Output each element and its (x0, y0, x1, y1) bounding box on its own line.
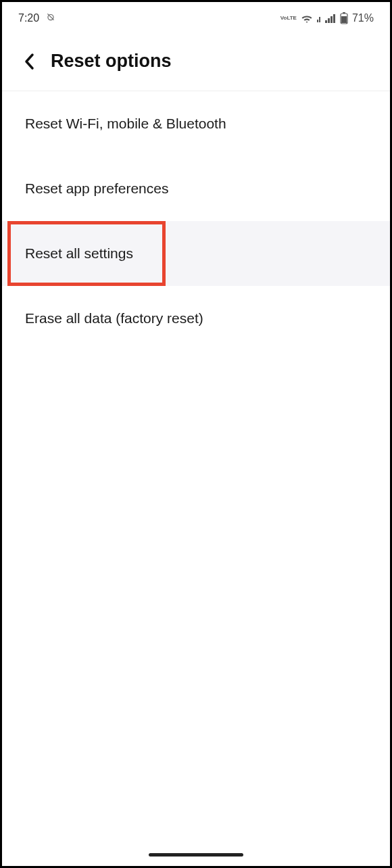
back-button[interactable] (21, 53, 39, 70)
status-bar: 7:20 VoLTE (2, 2, 390, 32)
volte-icon: VoLTE (280, 16, 297, 21)
svg-rect-3 (325, 20, 327, 23)
menu-item-erase-all-data[interactable]: Erase all data (factory reset) (2, 286, 390, 351)
battery-percent: 71% (352, 12, 374, 24)
menu-item-label: Reset Wi-Fi, mobile & Bluetooth (25, 116, 226, 131)
status-left: 7:20 (18, 12, 55, 24)
battery-icon (340, 12, 348, 24)
alarm-icon (46, 12, 55, 24)
menu-item-reset-wifi-mobile-bluetooth[interactable]: Reset Wi-Fi, mobile & Bluetooth (2, 91, 390, 156)
navigation-handle[interactable] (149, 853, 243, 857)
menu-list: Reset Wi-Fi, mobile & Bluetooth Reset ap… (2, 91, 390, 351)
svg-rect-1 (317, 20, 318, 22)
chevron-left-icon (23, 52, 36, 71)
signal-secondary-icon (317, 14, 321, 22)
menu-item-label: Reset all settings (25, 245, 133, 261)
svg-rect-9 (341, 16, 347, 23)
menu-item-reset-all-settings[interactable]: Reset all settings (2, 221, 390, 286)
svg-rect-2 (319, 17, 320, 22)
svg-rect-6 (333, 14, 335, 23)
menu-item-label: Reset app preferences (25, 180, 168, 196)
svg-rect-5 (330, 16, 333, 23)
menu-item-label: Erase all data (factory reset) (25, 310, 203, 326)
svg-rect-4 (328, 18, 330, 23)
menu-item-reset-app-preferences[interactable]: Reset app preferences (2, 156, 390, 221)
wifi-icon (301, 14, 313, 23)
svg-rect-8 (343, 12, 345, 14)
header: Reset options (2, 32, 390, 91)
signal-icon (325, 14, 336, 23)
page-title: Reset options (51, 51, 172, 72)
status-time: 7:20 (18, 12, 39, 24)
status-right: VoLTE (280, 12, 374, 24)
